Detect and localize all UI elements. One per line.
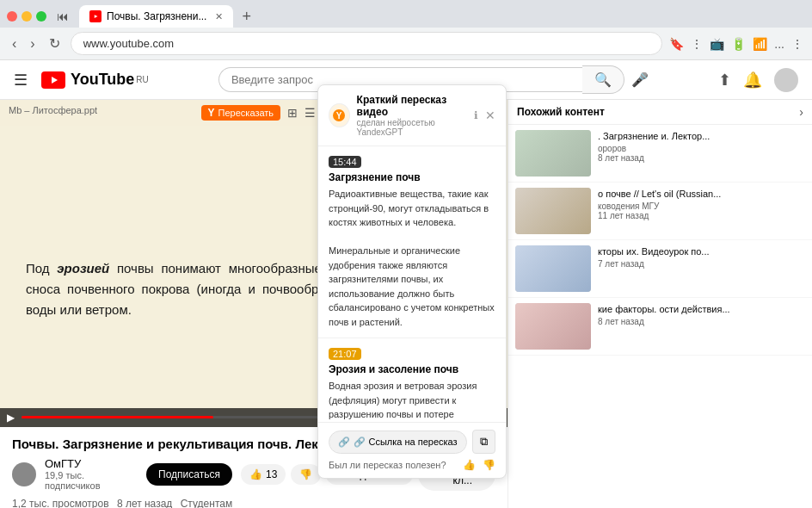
forward-btn[interactable]: › — [27, 34, 38, 53]
view-count: 1,2 тыс. просмотров — [12, 498, 109, 508]
sidebar-meta-1: 8 лет назад — [598, 153, 805, 163]
address-input[interactable] — [71, 32, 663, 55]
sidebar-thumb-2 — [515, 188, 591, 234]
feedback-dislike-btn[interactable]: 👎 — [483, 459, 495, 471]
grid-icon[interactable]: ⊞ — [287, 106, 298, 120]
yt-logo-ru: RU — [136, 75, 148, 84]
retell-close-btn[interactable]: ✕ — [485, 108, 495, 122]
channel-info: ОмГТУ 19,9 тыс. подписчиков — [45, 457, 138, 491]
audience-label: Студентам — [181, 498, 233, 508]
views-info: 1,2 тыс. просмотров 8 лет назад Студента… — [0, 496, 508, 508]
sidebar-info-4: кие факторы. ости действия... 8 лет наза… — [598, 303, 805, 350]
yt-logo-icon — [41, 71, 65, 89]
main-content: Mb – Литосфера.ppt Y Пересказать ⊞ ☰ ⋮ К… — [0, 100, 812, 508]
mic-button[interactable]: 🎤 — [631, 71, 649, 88]
retell-time-1[interactable]: 15:44 — [329, 156, 361, 168]
progress-filled — [22, 416, 213, 418]
sidebar-item-4[interactable]: кие факторы. ости действия... 8 лет наза… — [508, 298, 812, 356]
sidebar-title-1: . Загрязнение и. Лектор... — [598, 130, 805, 142]
refresh-btn[interactable]: ↻ — [46, 34, 64, 53]
user-avatar[interactable] — [774, 68, 798, 92]
minimize-window-btn[interactable] — [22, 11, 32, 22]
retell-section-2: 21:07 Эрозия и засоление почв Водная эро… — [318, 338, 506, 422]
subscribe-button[interactable]: Подписаться — [146, 463, 232, 486]
youtube-logo[interactable]: YouTubeRU — [41, 71, 149, 89]
thumbs-up-icon: 👍 — [249, 468, 262, 480]
copy-retell-btn[interactable]: ⧉ — [472, 430, 495, 454]
bookmark-icon[interactable]: 🔖 — [669, 37, 684, 51]
browser-icons: 🔖 ⋮ 📺 🔋 📶 ... ⋮ — [669, 37, 803, 51]
header-right: ⬆ 🔔 — [718, 68, 798, 92]
tab-favicon — [89, 10, 102, 22]
retell-text-1: Радиоактивные вещества, такие как стронц… — [329, 187, 495, 329]
channel-avatar[interactable] — [12, 462, 36, 486]
retell-video-btn[interactable]: Y Пересказать — [201, 105, 281, 121]
yt-logo-text: YouTube — [71, 71, 134, 89]
sidebar-title-2: о почве // Let's oil (Russian... — [598, 188, 805, 200]
sidebar-thumb-3 — [515, 245, 591, 292]
retell-link-btn[interactable]: 🔗 🔗 Ссылка на пересказ — [329, 431, 467, 454]
more-icon[interactable]: ⋮ — [691, 37, 703, 51]
sidebar-info-3: кторы их. Видеоурок по... 7 лет назад — [598, 245, 805, 292]
active-tab[interactable]: Почвы. Загрязнени... ✕ — [79, 5, 233, 28]
retell-feedback: Был ли пересказ полезен? 👍 👎 — [329, 459, 495, 471]
sidebar-info-1: . Загрязнение и. Лектор... ороров 8 лет … — [598, 130, 805, 177]
video-age: 8 лет назад — [117, 498, 172, 508]
retell-panel-title: Краткий пересказ видео — [357, 100, 467, 118]
sidebar-info-2: о почве // Let's oil (Russian... ководен… — [598, 188, 805, 234]
tab-close-btn[interactable]: ✕ — [215, 11, 223, 22]
sidebar-thumb-4 — [515, 303, 591, 350]
thumbs-down-icon: 👎 — [299, 468, 312, 480]
sidebar-thumb-1 — [515, 130, 591, 177]
sidebar-item-3[interactable]: кторы их. Видеоурок по... 7 лет назад — [508, 240, 812, 298]
bell-icon[interactable]: 🔔 — [743, 71, 762, 90]
sidebar-item-2[interactable]: о почве // Let's oil (Russian... ководен… — [508, 183, 812, 240]
retell-info-icon[interactable]: ℹ — [474, 109, 478, 121]
play-btn[interactable]: ▶ — [7, 412, 15, 424]
tab-bar: ⏮ Почвы. Загрязнени... ✕ + — [0, 0, 812, 28]
address-bar: ‹ › ↻ 🔖 ⋮ 📺 🔋 📶 ... ⋮ — [0, 28, 812, 59]
like-button[interactable]: 👍 13 — [241, 464, 286, 485]
close-window-btn[interactable] — [7, 11, 17, 22]
menu-icon[interactable]: ☰ — [14, 71, 28, 90]
retell-y-icon: Y — [208, 107, 215, 119]
battery-icon: 🔋 — [731, 37, 746, 51]
search-button[interactable]: 🔍 — [582, 65, 624, 94]
sidebar-meta-3: 7 лет назад — [598, 259, 805, 269]
subscriber-count: 19,9 тыс. подписчиков — [45, 470, 138, 491]
retell-content: 15:44 Загрязнение почв Радиоактивные вещ… — [318, 146, 506, 422]
settings-icon[interactable]: ⋮ — [791, 37, 803, 51]
retell-time-2[interactable]: 21:07 — [329, 348, 361, 360]
retell-header-text: Краткий пересказ видео сделан нейросетью… — [357, 100, 467, 137]
channel-name[interactable]: ОмГТУ — [45, 457, 138, 470]
time-display: ... — [774, 37, 784, 51]
new-tab-btn[interactable]: + — [237, 6, 256, 28]
retell-logo: Y — [329, 103, 350, 127]
retell-btn-label: Пересказать — [218, 108, 274, 118]
sidebar-item-1[interactable]: . Загрязнение и. Лектор... ороров 8 лет … — [508, 125, 812, 183]
back-btn[interactable]: ‹ — [9, 34, 20, 53]
feedback-question: Был ли пересказ полезен? — [329, 460, 446, 470]
wifi-icon: 📶 — [753, 37, 767, 51]
retell-panel: Y Краткий пересказ видео сделан нейросет… — [317, 100, 507, 479]
sidebar-title-3: кторы их. Видеоурок по... — [598, 245, 805, 257]
sidebar-title-4: кие факторы. ости действия... — [598, 303, 805, 315]
sidebar-next-icon[interactable]: › — [799, 105, 803, 119]
like-count: 13 — [266, 468, 277, 480]
upload-icon[interactable]: ⬆ — [718, 71, 731, 90]
media-icon[interactable]: ⏮ — [57, 9, 69, 23]
slide-label: Mb – Литосфера.ppt — [9, 105, 97, 121]
cast-icon[interactable]: 📺 — [710, 37, 724, 51]
sidebar-channel-2: ководения МГУ — [598, 201, 805, 211]
retell-footer: 🔗 🔗 Ссылка на пересказ ⧉ Был ли пересказ… — [318, 422, 506, 478]
sidebar-meta-2: 11 лет назад — [598, 211, 805, 220]
feedback-buttons: 👍 👎 — [463, 459, 495, 471]
retell-panel-subtitle: сделан нейросетью YandexGPT — [357, 118, 467, 137]
sidebar: Похожий контент › . Загрязнение и. Лекто… — [508, 100, 812, 508]
retell-section-1: 15:44 Загрязнение почв Радиоактивные вещ… — [318, 146, 506, 338]
maximize-window-btn[interactable] — [36, 11, 46, 22]
feedback-like-btn[interactable]: 👍 — [463, 459, 476, 471]
link-icon: 🔗 — [338, 437, 350, 448]
list-icon[interactable]: ☰ — [304, 106, 316, 120]
retell-title-1: Загрязнение почв — [329, 171, 495, 183]
